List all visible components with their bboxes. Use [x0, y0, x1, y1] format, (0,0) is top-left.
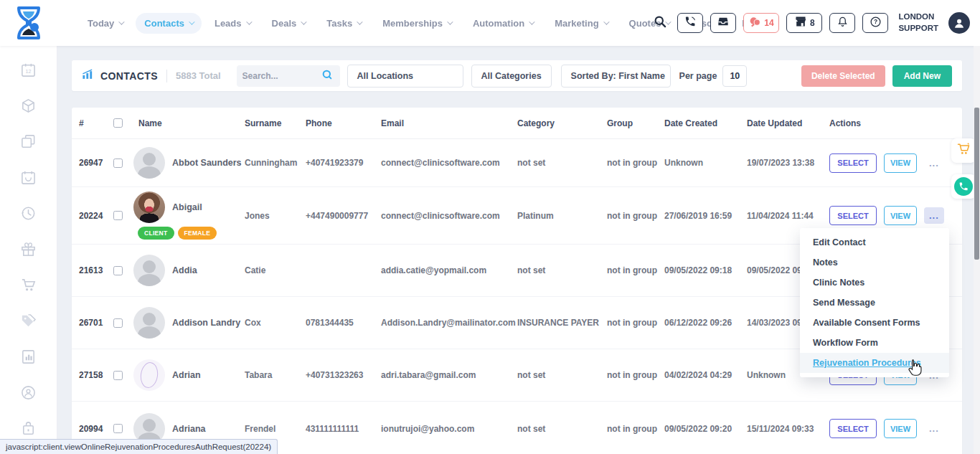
contact-avatar[interactable] — [133, 191, 165, 223]
row-checkbox[interactable] — [113, 159, 123, 168]
nav-item-tasks[interactable]: Tasks — [318, 13, 369, 34]
nav-item-memberships[interactable]: Memberships — [374, 13, 460, 34]
filter-locations[interactable]: All Locations — [347, 65, 463, 88]
add-new-button[interactable]: Add New — [892, 65, 952, 87]
search-box — [237, 65, 340, 87]
menu-item-send-message[interactable]: Send Message — [800, 293, 949, 313]
tag-icon[interactable] — [20, 313, 37, 329]
select-button[interactable]: SELECT — [829, 206, 877, 225]
row-checkbox[interactable] — [113, 266, 123, 275]
per-page-input[interactable]: 10 — [722, 65, 747, 87]
nav-item-automation[interactable]: Automation — [464, 13, 542, 34]
contact-name[interactable]: Adrian — [172, 370, 201, 380]
contact-email: adri.tabara@gmail.com — [381, 370, 517, 380]
view-button[interactable]: VIEW — [884, 206, 917, 225]
history-icon[interactable] — [20, 205, 37, 222]
search-input[interactable] — [242, 71, 321, 81]
row-checkbox[interactable] — [113, 424, 123, 433]
row-checkbox[interactable] — [113, 211, 123, 220]
contact-avatar[interactable] — [133, 307, 165, 339]
col-email: Email — [381, 118, 517, 128]
date-updated: 11/04/2024 11:44 — [747, 211, 829, 221]
delete-selected-button[interactable]: Delete Selected — [801, 65, 885, 87]
scrollbar-thumb[interactable] — [974, 108, 979, 260]
row-checkbox[interactable] — [113, 371, 123, 380]
date-created: 06/12/2022 09:26 — [664, 318, 747, 328]
nav-item-contacts[interactable]: Contacts — [136, 13, 202, 34]
contact-avatar[interactable] — [133, 147, 165, 179]
actions-cell: SELECTVIEW... — [829, 206, 962, 225]
chevron-down-icon — [118, 19, 124, 24]
nav-label: Today — [88, 18, 114, 29]
menu-item-workflow-form[interactable]: Workflow Form — [800, 333, 949, 353]
row-checkbox[interactable] — [113, 318, 123, 328]
contact-name[interactable]: Addison Landry — [172, 318, 240, 328]
whatsapp-widget-button[interactable] — [951, 174, 976, 199]
contact-avatar[interactable] — [133, 255, 165, 286]
contact-surname: Cox — [245, 318, 306, 328]
contact-name[interactable]: Addia — [172, 265, 197, 275]
inbox-button[interactable] — [710, 13, 736, 33]
app-logo-icon[interactable] — [13, 6, 44, 40]
nav-item-deals[interactable]: Deals — [263, 13, 314, 34]
select-all-checkbox[interactable] — [113, 118, 123, 128]
menu-item-available-consent-forms[interactable]: Available Consent Forms — [800, 313, 949, 333]
nav-item-today[interactable]: Today — [79, 13, 131, 34]
search-icon[interactable] — [653, 14, 667, 32]
help-button[interactable]: ? — [862, 13, 888, 33]
search-submit-icon[interactable] — [321, 69, 333, 83]
calendar-check-icon[interactable] — [20, 169, 37, 186]
svg-text:12: 12 — [26, 69, 32, 75]
contact-avatar[interactable] — [133, 359, 165, 391]
chat-button[interactable]: 14 — [743, 13, 779, 33]
name-cell: Adrian — [133, 355, 245, 395]
contact-phone: +40731323263 — [306, 370, 381, 380]
contact-name[interactable]: Abbot Saunders — [172, 158, 242, 168]
chevron-down-icon — [529, 19, 534, 24]
divider — [166, 70, 167, 82]
calendar-icon[interactable]: 12 — [20, 62, 37, 78]
lock-icon[interactable] — [20, 420, 37, 437]
menu-item-edit-contact[interactable]: Edit Contact — [800, 232, 949, 252]
vertical-scrollbar[interactable] — [974, 46, 980, 454]
phone-button[interactable] — [677, 13, 703, 33]
contact-phone: +40741923379 — [306, 158, 381, 168]
user-card-icon[interactable] — [20, 384, 37, 401]
nav-item-marketing[interactable]: Marketing — [546, 13, 616, 34]
contact-group: not in group — [607, 158, 664, 168]
menu-item-notes[interactable]: Notes — [800, 252, 949, 273]
contact-name[interactable]: Abigail — [172, 202, 202, 212]
view-button[interactable]: VIEW — [884, 419, 917, 438]
contact-name[interactable]: Adriana — [172, 424, 206, 434]
copy-icon[interactable] — [20, 133, 37, 150]
shop-badge: 8 — [810, 18, 815, 28]
nav-item-leads[interactable]: Leads — [206, 13, 259, 34]
select-button[interactable]: SELECT — [829, 153, 877, 173]
contact-id: 26947 — [79, 158, 113, 168]
cart-widget-button[interactable] — [951, 138, 976, 163]
view-button[interactable]: VIEW — [884, 153, 917, 173]
select-button[interactable]: SELECT — [829, 419, 877, 438]
gift-icon[interactable] — [20, 241, 37, 257]
table-header: # Name Surname Phone Email Category Grou… — [72, 108, 962, 139]
chevron-down-icon — [447, 19, 453, 24]
package-icon[interactable] — [20, 98, 37, 114]
svg-text:?: ? — [874, 18, 877, 25]
notifications-button[interactable] — [829, 13, 855, 33]
col-surname: Surname — [245, 118, 306, 128]
status-badge: CLIENT — [138, 227, 174, 240]
user-avatar[interactable] — [948, 12, 970, 34]
more-actions-button[interactable]: ... — [924, 155, 944, 171]
shop-button[interactable]: 8 — [786, 13, 822, 33]
shop-icon — [794, 16, 807, 30]
cart-icon[interactable] — [20, 277, 37, 293]
filter-categories[interactable]: All Categories — [471, 65, 552, 88]
report-icon[interactable] — [20, 349, 37, 365]
menu-item-clinic-notes[interactable]: Clinic Notes — [800, 273, 949, 293]
filter-sorted-by[interactable]: Sorted By: First Name — [561, 65, 671, 88]
contact-phone: +447490009777 — [306, 211, 381, 221]
date-created: 09/05/2022 09:18 — [664, 265, 747, 275]
menu-item-rejuvenation-procedures[interactable]: Rejuvenation Procedures — [800, 353, 949, 373]
more-actions-button[interactable]: ... — [924, 420, 944, 437]
more-actions-button[interactable]: ... — [924, 207, 944, 224]
